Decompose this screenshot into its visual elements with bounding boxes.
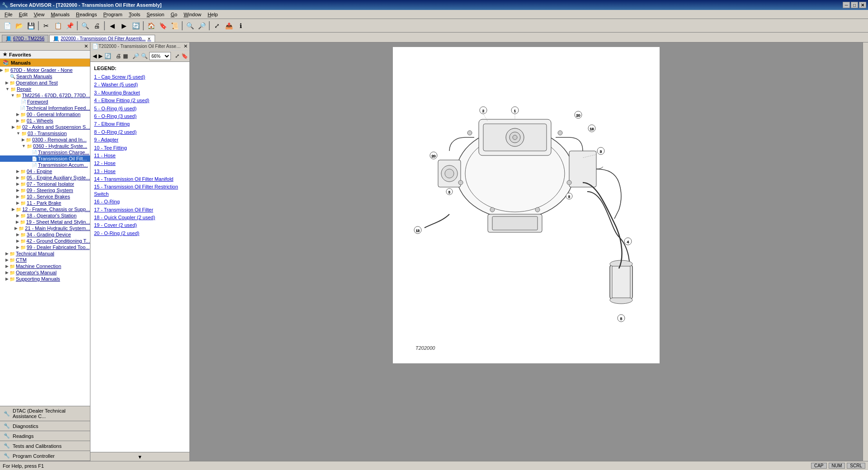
tree-toggle-28[interactable]: ▶ xyxy=(16,245,19,249)
tree-item-26[interactable]: ▶📁34 - Grading Device xyxy=(0,231,90,238)
tree-toggle-31[interactable]: ▶ xyxy=(5,264,9,268)
tree-item-11[interactable]: ▶📁0300 - Removal and In... xyxy=(0,136,90,143)
menu-program[interactable]: Program xyxy=(100,11,125,18)
history-button[interactable]: 📜 xyxy=(169,20,180,31)
tree-toggle-22[interactable]: ▶ xyxy=(12,207,15,212)
doc-prev-button[interactable]: ◀ xyxy=(92,52,97,61)
info-button[interactable]: ℹ xyxy=(235,20,246,31)
paste-button[interactable]: 📌 xyxy=(64,20,75,31)
tree-item-15[interactable]: 📄Transmission Accum... xyxy=(0,162,90,168)
tree-toggle-3[interactable]: ▼ xyxy=(5,87,9,91)
menu-go[interactable]: Go xyxy=(168,11,180,18)
tree-toggle-0[interactable]: ▶ xyxy=(0,68,3,72)
tab-close-202000[interactable]: ✕ xyxy=(147,37,151,41)
cut-button[interactable]: ✂ xyxy=(41,20,52,31)
legend-item-2[interactable]: 3 - Mounting Bracket xyxy=(94,89,186,96)
menu-session[interactable]: Session xyxy=(144,11,167,18)
tree-item-31[interactable]: ▶📁Machine Connection xyxy=(0,263,90,269)
copy-button[interactable]: 📋 xyxy=(52,20,63,31)
tree-item-6[interactable]: 📄Technical Information Feed... xyxy=(0,105,90,111)
tree-toggle-16[interactable]: ▶ xyxy=(16,169,19,174)
legend-item-8[interactable]: 9 - Adapter xyxy=(94,136,186,143)
save-button[interactable]: 💾 xyxy=(25,20,36,31)
legend-item-11[interactable]: 12 - Hose xyxy=(94,160,186,167)
refresh-button[interactable]: 🔄 xyxy=(130,20,141,31)
bookmark-button[interactable]: 🔖 xyxy=(157,20,168,31)
legend-item-0[interactable]: 1 - Cap Screw (5 used) xyxy=(94,74,186,80)
bottom-nav-tests[interactable]: 🔧 Tests and Calibrations xyxy=(0,441,90,451)
legend-item-14[interactable]: 15 - Transmission Oil Filter Restriction… xyxy=(94,183,186,197)
doc-fullscreen-button[interactable]: ⤢ xyxy=(175,52,180,61)
legend-item-17[interactable]: 18 - Quick Coupler (2 used) xyxy=(94,214,186,221)
legend-item-9[interactable]: 10 - Tee Fitting xyxy=(94,145,186,151)
tree-toggle-30[interactable]: ▶ xyxy=(5,258,9,262)
tree-toggle-27[interactable]: ▶ xyxy=(16,239,19,243)
tree-toggle-12[interactable]: ▼ xyxy=(22,144,26,148)
legend-item-10[interactable]: 11 - Hose xyxy=(94,152,186,159)
back-button[interactable]: ◀ xyxy=(107,20,118,31)
tree-item-7[interactable]: ▶📁00 - General Information xyxy=(0,111,90,118)
open-button[interactable]: 📂 xyxy=(14,20,24,31)
menu-readings[interactable]: Readings xyxy=(73,11,100,18)
share-button[interactable]: 📤 xyxy=(223,20,234,31)
legend-item-13[interactable]: 14 - Transmission Oil Filter Manifold xyxy=(94,176,186,183)
zoom-select[interactable]: 66% 75% 100% 125% 150% xyxy=(149,52,171,60)
tree-toggle-2[interactable]: ▶ xyxy=(5,80,9,85)
tree-item-23[interactable]: ▶📁18 - Operator's Station xyxy=(0,212,90,219)
tree-item-8[interactable]: ▶📁01 - Wheels xyxy=(0,118,90,124)
legend-item-18[interactable]: 19 - Cover (2 used) xyxy=(94,222,186,229)
tree-toggle-17[interactable]: ▶ xyxy=(16,175,19,180)
doc-refresh-button[interactable]: 🔄 xyxy=(104,52,112,61)
legend-item-19[interactable]: 20 - O-Ring (2 used) xyxy=(94,230,186,237)
menu-help[interactable]: Help xyxy=(205,11,221,18)
tree-item-17[interactable]: ▶📁05 - Engine Auxiliary Syste... xyxy=(0,174,90,181)
legend-item-4[interactable]: 5 - O-Ring (6 used) xyxy=(94,105,186,112)
tree-toggle-18[interactable]: ▶ xyxy=(16,182,19,186)
doc-print-button[interactable]: 🖨 xyxy=(115,52,122,61)
tree-item-20[interactable]: ▶📁10 - Service Brakes xyxy=(0,193,90,200)
tree-item-22[interactable]: ▶📁12 - Frame, Chassis or Supp... xyxy=(0,206,90,212)
menu-edit[interactable]: Edit xyxy=(16,11,30,18)
tree-item-12[interactable]: ▼📁0360 - Hydraulic Syste... xyxy=(0,143,90,149)
tree-item-16[interactable]: ▶📁04 - Engine xyxy=(0,168,90,174)
manuals-section[interactable]: 📚 Manuals xyxy=(0,59,90,67)
tree-toggle-7[interactable]: ▶ xyxy=(16,112,19,117)
tree-toggle-21[interactable]: ▶ xyxy=(16,201,19,205)
tree-toggle-25[interactable]: ▶ xyxy=(14,226,18,230)
tree-item-4[interactable]: ▼📁TM2256 - 670D, 672D, 770D... xyxy=(0,92,90,99)
new-button[interactable]: 📄 xyxy=(2,20,13,31)
tree-toggle-10[interactable]: ▼ xyxy=(16,131,20,136)
tree-item-24[interactable]: ▶📁19 - Sheet Metal and Stylin... xyxy=(0,219,90,225)
tree-item-1[interactable]: 🔍Search Manuals xyxy=(0,73,90,80)
menu-file[interactable]: File xyxy=(2,11,15,18)
menu-window[interactable]: Window xyxy=(181,11,204,18)
doc-bookmark-button[interactable]: 🔖 xyxy=(181,52,189,61)
tree-toggle-4[interactable]: ▼ xyxy=(11,93,15,98)
tree-toggle-32[interactable]: ▶ xyxy=(5,270,9,275)
zoom-in-button[interactable]: 🔍 xyxy=(184,20,195,31)
doc-thumb-button[interactable]: ▦ xyxy=(123,52,128,61)
tree-item-9[interactable]: ▶📁02 - Axles and Suspension S... xyxy=(0,124,90,130)
legend-item-7[interactable]: 8 - O-Ring (2 used) xyxy=(94,129,186,136)
bottom-nav-program[interactable]: 🔧 Program Controller xyxy=(0,451,90,461)
tree-container[interactable]: ▶📁670D - Motor Grader - None🔍Search Manu… xyxy=(0,67,90,406)
tree-item-27[interactable]: ▶📁42 - Ground Conditioning T... xyxy=(0,238,90,244)
tree-toggle-29[interactable]: ▶ xyxy=(5,251,9,256)
doc-zoomin-button[interactable]: 🔍 xyxy=(141,52,148,61)
tree-item-21[interactable]: ▶📁11 - Park Brake xyxy=(0,200,90,206)
tab-670d[interactable]: 📘 670D - TM2256 xyxy=(2,35,48,42)
tree-item-30[interactable]: ▶📁CTM xyxy=(0,257,90,263)
expand-button[interactable]: ⤢ xyxy=(212,20,222,31)
tree-toggle-8[interactable]: ▶ xyxy=(16,118,19,123)
minimize-button[interactable]: ─ xyxy=(843,2,850,8)
favorites-section[interactable]: ★ Favorites xyxy=(0,51,90,59)
doc-scroll-bottom[interactable]: ▼ xyxy=(90,452,189,461)
tree-toggle-24[interactable]: ▶ xyxy=(16,220,19,224)
tree-toggle-9[interactable]: ▶ xyxy=(12,125,15,129)
search-button[interactable]: 🔍 xyxy=(80,20,90,31)
tree-item-14[interactable]: 📄Transmission Oil Filt... xyxy=(0,155,90,162)
home-button[interactable]: 🏠 xyxy=(146,20,156,31)
tree-item-32[interactable]: ▶📁Operator's Manual xyxy=(0,269,90,276)
tree-item-13[interactable]: 📄Transmission Charge... xyxy=(0,149,90,155)
print-button[interactable]: 🖨 xyxy=(91,20,102,31)
